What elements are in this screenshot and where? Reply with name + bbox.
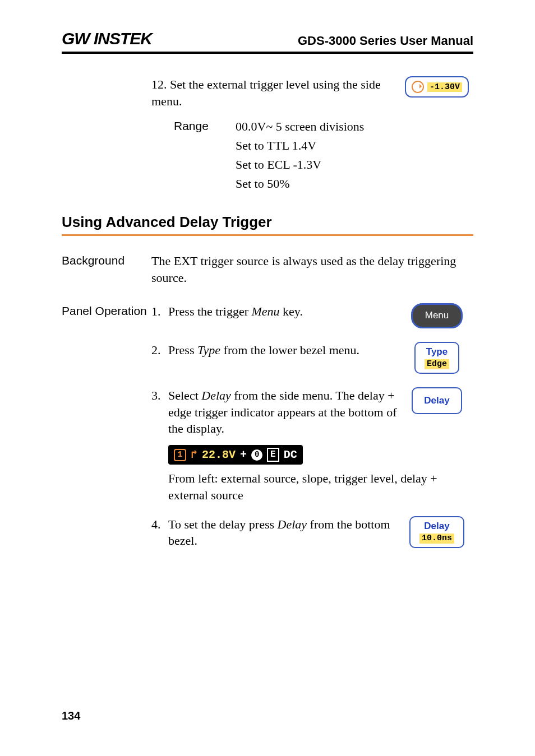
- step4-pre: To set the delay press: [168, 517, 278, 531]
- step4-num: 4.: [151, 516, 168, 533]
- step1-post: key.: [280, 304, 303, 318]
- step1-num: 1.: [151, 303, 168, 320]
- trigger-indicator-strip: 1 ↱ 22.8V + 0 E DC: [168, 445, 303, 465]
- delay-bezel-button: Delay 10.0ns: [409, 516, 464, 548]
- range-val-0: 00.0V~ 5 screen divisions: [236, 119, 473, 134]
- range-val-1: Set to TTL 1.4V: [236, 138, 473, 153]
- step4-kw: Delay: [278, 517, 307, 531]
- menu-key: Menu: [411, 303, 463, 328]
- range-label: Range: [174, 119, 236, 134]
- page-header: GW INSTEK GDS-3000 Series User Manual: [62, 29, 473, 54]
- section-heading: Using Advanced Delay Trigger: [62, 214, 473, 236]
- range-row-3: Set to 50%: [174, 177, 473, 191]
- step2-pre: Press: [168, 343, 197, 357]
- step2-text: Press Type from the lower bezel menu.: [168, 342, 400, 359]
- page-number: 134: [62, 709, 80, 722]
- indicator-ext-icon: E: [267, 448, 279, 462]
- type-bezel-button: Type Edge: [414, 342, 459, 374]
- type-label: Type: [426, 346, 448, 357]
- panel-operation-label: Panel Operation: [62, 303, 151, 318]
- step2-kw: Type: [197, 343, 220, 357]
- knob-icon: [412, 81, 424, 93]
- step1-pre: Press the trigger: [168, 304, 251, 318]
- background-text: The EXT trigger source is always used as…: [151, 253, 473, 286]
- step3-pre: Select: [168, 388, 201, 402]
- range-row-1: Set to TTL 1.4V: [174, 138, 473, 153]
- brand-logo: GW INSTEK: [62, 29, 152, 48]
- indicator-caption: From left: external source, slope, trigg…: [168, 470, 473, 503]
- range-row-0: Range 00.0V~ 5 screen divisions: [174, 119, 473, 134]
- step3-text: Select Delay from the side menu. The del…: [168, 387, 400, 437]
- step1-kw: Menu: [251, 304, 279, 318]
- indicator-zero: 0: [251, 449, 262, 461]
- step1-text: Press the trigger Menu key.: [168, 303, 400, 320]
- range-val-2: Set to ECL -1.3V: [236, 157, 473, 172]
- background-label: Background: [62, 253, 151, 267]
- indicator-source-icon: 1: [174, 449, 186, 461]
- step3-kw: Delay: [201, 388, 231, 402]
- indicator-level: 22.8V: [202, 447, 236, 462]
- delay-label: Delay: [424, 521, 449, 531]
- indicator-coupling: DC: [284, 447, 297, 462]
- manual-title: GDS-3000 Series User Manual: [298, 34, 473, 48]
- delay-side-button: Delay: [412, 387, 462, 414]
- step2-num: 2.: [151, 342, 168, 359]
- range-val-3: Set to 50%: [236, 177, 473, 191]
- step-12-text: 12. Set the external trigger level using…: [151, 76, 400, 109]
- step3-num: 3.: [151, 387, 168, 404]
- range-row-2: Set to ECL -1.3V: [174, 157, 473, 172]
- step-12-num: 12.: [151, 77, 167, 91]
- knob-value: -1.30V: [427, 82, 462, 92]
- trigger-level-knob-readout: -1.30V: [405, 76, 469, 98]
- step2-post: from the lower bezel menu.: [220, 343, 359, 357]
- indicator-plus: +: [240, 447, 247, 462]
- indicator-slope-icon: ↱: [191, 447, 197, 462]
- delay-value: 10.0ns: [419, 534, 454, 544]
- step4-text: To set the delay press Delay from the bo…: [168, 516, 400, 549]
- step-12-body: Set the external trigger level using the…: [151, 77, 381, 108]
- type-selected: Edge: [425, 359, 449, 369]
